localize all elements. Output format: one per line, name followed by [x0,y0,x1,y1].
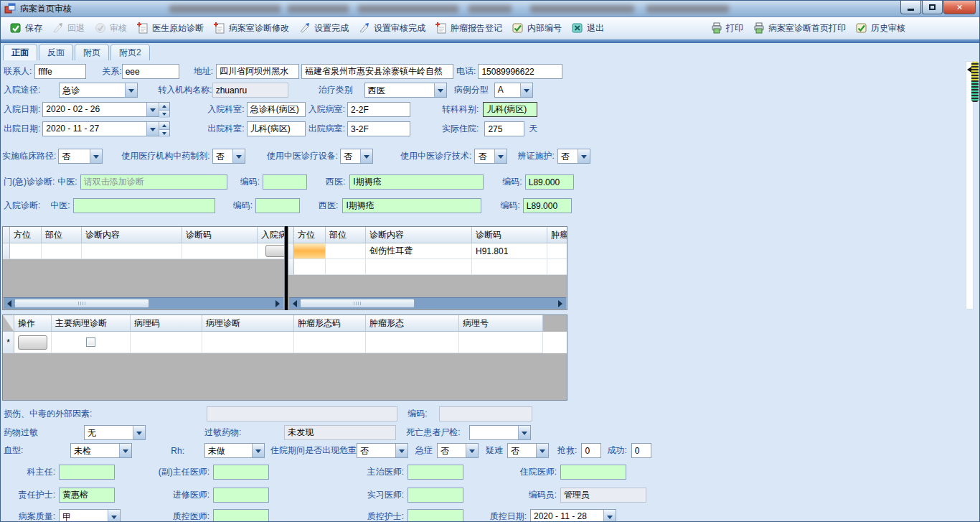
undo-button[interactable]: 回退 [47,20,90,37]
selected-cell[interactable] [294,243,326,259]
allergy-drugs-input[interactable] [284,425,396,440]
minimize-button[interactable] [900,1,921,14]
drug-allergy-select[interactable]: 无 [84,425,146,440]
scroll-left-icon[interactable] [289,298,300,309]
autopsy-select[interactable] [469,425,531,440]
outpatient-west-field[interactable]: I期褥疮 [349,174,484,190]
chevron-down-icon[interactable] [90,149,102,163]
tab-front[interactable]: 正面 [3,44,37,60]
syndrome-care-select[interactable]: 否 [557,149,590,164]
trainee-field[interactable] [213,488,269,503]
tab-attachment2[interactable]: 附页2 [110,44,150,60]
transfer-org-input[interactable] [212,83,288,98]
tab-back[interactable]: 反面 [39,44,73,60]
scrollbar-thumb[interactable] [14,299,149,308]
discharge-dept-input[interactable] [247,121,306,136]
tcm-equip-select[interactable]: 否 [340,149,373,164]
attending-field[interactable] [407,465,463,480]
chevron-down-icon[interactable] [146,122,159,136]
set-audit-complete-button[interactable]: 设置审核完成 [354,20,430,37]
chevron-down-icon[interactable] [578,149,590,163]
chevron-down-icon[interactable] [466,444,478,457]
address-input-2[interactable] [301,64,453,79]
success-input[interactable] [631,443,651,458]
chevron-down-icon[interactable] [125,83,137,97]
maximize-button[interactable] [922,1,943,14]
chevron-down-icon[interactable] [434,83,446,97]
discharge-ward-input[interactable] [347,121,410,136]
spinner-down-icon[interactable] [159,129,169,137]
chevron-down-icon[interactable] [494,149,507,163]
dept-director-field[interactable] [59,465,115,480]
scrollbar-thumb[interactable] [300,299,415,308]
record-quality-select[interactable]: 甲 [59,509,121,522]
discharge-date-picker[interactable]: 2020 - 11 - 27 [42,121,170,136]
chevron-down-icon[interactable] [232,149,245,163]
date-spinner[interactable] [159,122,169,136]
emergency-select[interactable]: 否 [437,443,479,458]
critical-select[interactable]: 否 [357,443,408,458]
case-type-select[interactable]: A [494,83,533,98]
admission-date-picker[interactable]: 2020 - 02 - 26 [42,102,170,117]
print-button[interactable]: 打印 [706,20,748,37]
scroll-right-icon[interactable] [273,298,283,309]
actual-stay-input[interactable] [484,121,524,136]
audit-button[interactable]: 审核 [90,20,132,37]
chevron-down-icon[interactable] [108,510,120,522]
difficult-select[interactable]: 否 [507,443,549,458]
tumor-report-register-button[interactable]: 肿瘤报告登记 [430,20,507,37]
operation-button[interactable] [18,335,47,350]
contact-input[interactable] [34,64,86,79]
admission-west-field[interactable]: I期褥疮 [342,198,481,213]
admission-tcm-code-field[interactable] [255,198,300,213]
resident-field[interactable] [560,465,626,480]
scroll-left-icon[interactable] [4,298,14,309]
herbal-select[interactable]: 否 [212,149,245,164]
phone-input[interactable] [478,64,562,79]
close-button[interactable]: ✕ [943,1,976,14]
records-room-front-page-print-button[interactable]: 病案室诊断首页打印 [748,20,851,37]
doctor-original-diagnosis-button[interactable]: 医生原始诊断 [132,20,209,37]
rh-select[interactable]: 未做 [204,443,265,458]
table-row-selected[interactable]: 创伤性耳聋 H91.801 [288,243,567,259]
qc-doctor-field[interactable] [213,509,269,522]
horizontal-scrollbar[interactable] [4,297,283,309]
chevron-down-icon[interactable] [518,426,530,439]
clinical-path-select[interactable]: 否 [58,149,103,164]
outpatient-tcm-code-field[interactable] [263,174,307,190]
blood-type-select[interactable]: 未检 [70,443,132,458]
chevron-down-icon[interactable] [133,426,145,439]
rescue-input[interactable] [581,443,601,458]
admission-ward-input[interactable] [347,102,410,117]
relation-input[interactable] [122,64,179,79]
address-input-1[interactable] [216,64,299,79]
internal-number-button[interactable]: 内部编号 [507,20,567,37]
main-pathology-checkbox[interactable] [86,337,95,347]
chevron-down-icon[interactable] [536,444,548,457]
set-complete-button[interactable]: 设置完成 [294,20,354,37]
scroll-right-icon[interactable] [555,298,566,309]
admission-dept-input[interactable] [247,102,306,117]
save-button[interactable]: 保存 [5,20,47,37]
injury-code-input[interactable] [439,406,532,421]
new-row[interactable]: * [3,332,567,353]
qc-date-picker[interactable]: 2020 - 11 - 28 [530,509,616,522]
admission-path-select[interactable]: 急诊 [59,83,138,98]
chevron-down-icon[interactable] [603,510,616,522]
tcm-tech-select[interactable]: 否 [474,149,507,164]
history-audit-button[interactable]: 历史审核 [851,20,910,37]
injury-factor-input[interactable] [207,406,397,421]
grid-corner-cell[interactable] [3,315,14,332]
chevron-down-icon[interactable] [146,103,159,116]
cell-action-button[interactable] [265,245,286,257]
chevron-down-icon[interactable] [360,149,372,163]
charge-nurse-field[interactable]: 黄惠榕 [59,488,115,503]
intern-field[interactable] [407,488,463,503]
spinner-up-icon[interactable] [159,122,169,129]
chevron-down-icon[interactable] [395,444,407,457]
exit-button[interactable]: 退出 [567,20,609,37]
outpatient-west-code-field[interactable]: L89.000 [525,174,574,190]
date-spinner[interactable] [159,103,169,116]
admission-west-code-field[interactable]: L89.000 [523,198,572,213]
deputy-chief-field[interactable] [213,465,269,480]
